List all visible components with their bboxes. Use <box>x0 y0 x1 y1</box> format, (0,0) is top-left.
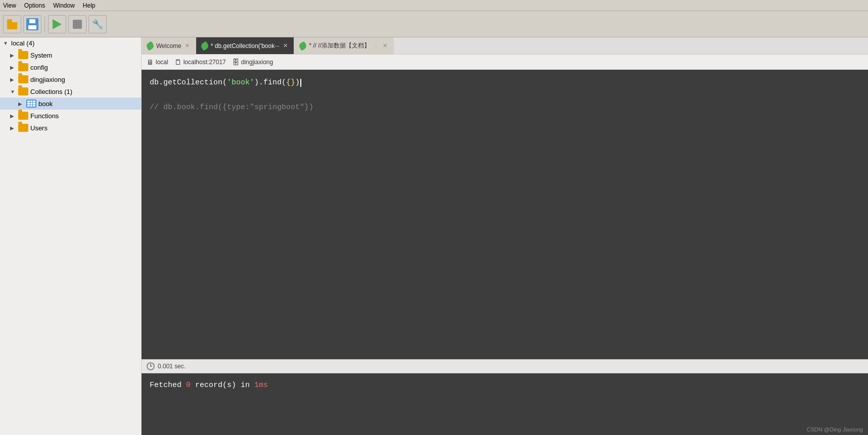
wrench-icon: 🔧 <box>92 19 103 30</box>
tab-adddata-extra: ··· <box>373 43 379 49</box>
sidebar-label-config: config <box>30 64 138 71</box>
arrow-icon: ▼ <box>3 40 9 46</box>
code-editor[interactable]: db.getCollection('book').find({}) // db.… <box>142 70 868 359</box>
code-comment: // db.book.find({type:"springboot"}) <box>150 101 313 114</box>
menu-view[interactable]: View <box>3 2 16 9</box>
code-text: db.getCollection( <box>150 76 227 89</box>
arrow-right-icon: ▶ <box>10 125 16 131</box>
arrow-right-icon: ▶ <box>10 77 16 82</box>
code-line-1: db.getCollection('book').find({}) <box>150 76 860 89</box>
toolbar-separator <box>44 16 45 32</box>
code-line-2 <box>150 89 860 101</box>
results-time: 1ms <box>254 381 268 390</box>
sidebar-label-book: book <box>38 100 138 108</box>
tab-adddata[interactable]: * // //添加数据【文档】 ··· ✕ <box>294 37 394 54</box>
folder-icon <box>18 124 28 132</box>
content-area: Welcome ✕ * db.getCollection('book··· ✕ … <box>142 37 868 435</box>
table-icon <box>26 100 36 108</box>
folder-icon <box>18 75 28 83</box>
save-button[interactable] <box>23 15 41 33</box>
sidebar-item-system[interactable]: ▶ System <box>0 49 141 61</box>
tab-getcollection[interactable]: * db.getCollection('book··· ✕ <box>196 37 294 54</box>
conn-server-label: local <box>156 59 168 66</box>
code-line-3: // db.book.find({type:"springboot"}) <box>150 101 860 114</box>
sidebar-item-collections[interactable]: ▼ Collections (1) <box>0 85 141 98</box>
results-line-1: Fetched 0 record(s) in 1ms <box>150 378 860 392</box>
code-text: ).find( <box>254 76 286 89</box>
mongo-leaf-icon <box>200 41 209 51</box>
folder-icon <box>18 112 28 120</box>
toolbar: 🔧 <box>0 11 868 37</box>
sidebar: ▼ local (4) ▶ System ▶ config ▶ dingjiax… <box>0 37 142 435</box>
menubar: View Options Window Help <box>0 0 868 11</box>
folder-icon <box>6 19 18 29</box>
tab-bar: Welcome ✕ * db.getCollection('book··· ✕ … <box>142 37 868 55</box>
footer: CSDN @Ding Jiaxiong <box>142 424 868 435</box>
results-prefix: Fetched <box>150 381 186 390</box>
sidebar-label-collections: Collections (1) <box>30 88 138 95</box>
conn-server: 🖥 local <box>147 58 168 66</box>
results-middle: record(s) in <box>191 381 254 390</box>
results-count: 0 <box>186 381 191 390</box>
menu-window[interactable]: Window <box>53 2 75 9</box>
cursor <box>300 79 301 87</box>
server-icon: 🖥 <box>147 58 154 66</box>
conn-db: 🗄 dingjiaxiong <box>232 58 273 66</box>
host-icon: 🗒 <box>174 58 181 66</box>
tab-welcome[interactable]: Welcome ✕ <box>142 37 196 54</box>
conn-host: 🗒 localhost:27017 <box>174 58 226 66</box>
sidebar-item-users[interactable]: ▶ Users <box>0 122 141 134</box>
folder-icon <box>18 63 28 71</box>
tab-getcollection-close[interactable]: ✕ <box>282 42 289 49</box>
stop-button[interactable] <box>68 15 86 33</box>
arrow-down-icon: ▼ <box>10 89 16 94</box>
conn-db-label: dingjiaxiong <box>241 59 273 66</box>
db-icon: 🗄 <box>232 58 239 66</box>
clock-icon <box>147 362 155 370</box>
tab-adddata-close[interactable]: ✕ <box>382 42 388 49</box>
results-panel: Fetched 0 record(s) in 1ms <box>142 373 868 424</box>
arrow-right-icon: ▶ <box>10 113 16 119</box>
connection-bar: 🖥 local 🗒 localhost:27017 🗄 dingjiaxiong <box>142 55 868 70</box>
menu-help[interactable]: Help <box>83 2 96 9</box>
mongo-leaf-icon <box>145 41 155 51</box>
menu-options[interactable]: Options <box>24 2 45 9</box>
tab-welcome-close[interactable]: ✕ <box>184 42 191 49</box>
sidebar-label-system: System <box>30 52 138 59</box>
arrow-right-icon: ▶ <box>10 53 16 58</box>
stop-icon <box>73 20 82 29</box>
open-button[interactable] <box>3 15 21 33</box>
arrow-right-icon: ▶ <box>10 65 16 70</box>
tab-getcollection-label: * db.getCollection('book··· <box>211 42 280 50</box>
status-bar: 0.001 sec. <box>142 359 868 373</box>
sidebar-root-label: local (4) <box>11 39 34 47</box>
play-icon <box>53 19 62 29</box>
code-string: 'book' <box>227 76 254 89</box>
mongo-leaf-icon <box>298 41 308 51</box>
sidebar-label-functions: Functions <box>30 112 138 120</box>
run-button[interactable] <box>48 15 66 33</box>
code-braces: {} <box>286 76 295 89</box>
sidebar-item-config[interactable]: ▶ config <box>0 61 141 73</box>
tab-adddata-label: * // //添加数据【文档】 <box>309 41 370 50</box>
main-layout: ▼ local (4) ▶ System ▶ config ▶ dingjiax… <box>0 37 868 435</box>
sidebar-root[interactable]: ▼ local (4) <box>0 37 141 49</box>
status-time: 0.001 sec. <box>158 363 186 370</box>
code-paren: ) <box>295 76 300 89</box>
tools-button[interactable]: 🔧 <box>88 15 107 33</box>
arrow-right-icon: ▶ <box>18 101 24 107</box>
sidebar-item-book[interactable]: ▶ book <box>0 98 141 110</box>
footer-watermark: CSDN @Ding Jiaxiong <box>807 426 863 432</box>
tab-welcome-label: Welcome <box>156 42 181 50</box>
folder-icon <box>18 87 28 95</box>
save-icon <box>26 18 38 30</box>
sidebar-label-dingjiaxiong: dingjiaxiong <box>30 76 138 83</box>
sidebar-item-functions[interactable]: ▶ Functions <box>0 110 141 122</box>
sidebar-label-users: Users <box>30 124 138 132</box>
conn-host-label: localhost:27017 <box>184 59 226 66</box>
sidebar-item-dingjiaxiong[interactable]: ▶ dingjiaxiong <box>0 73 141 85</box>
folder-icon <box>18 51 28 59</box>
